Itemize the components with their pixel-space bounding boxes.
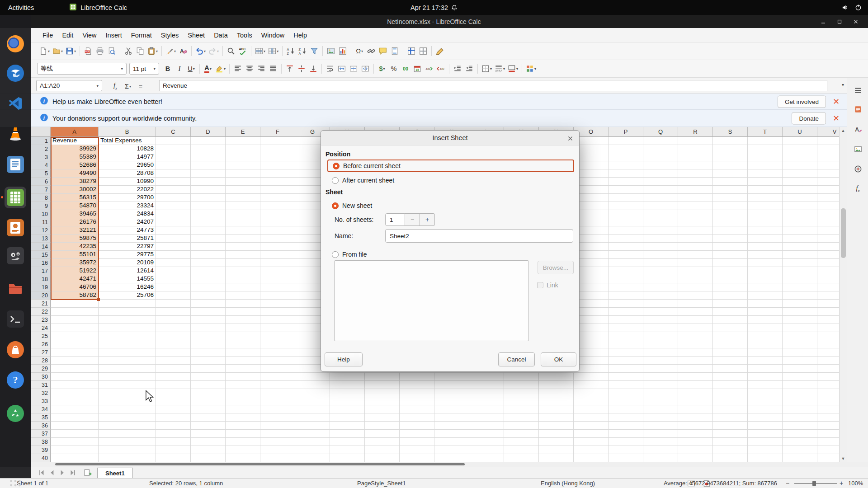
cell-M31[interactable] — [504, 381, 539, 389]
cell-P7[interactable] — [609, 186, 643, 194]
cell-J38[interactable] — [400, 438, 434, 446]
cell-B6[interactable]: 10990 — [99, 178, 156, 186]
thunderbird-dock-item[interactable] — [5, 62, 26, 84]
cell-A37[interactable] — [51, 430, 99, 438]
cell-P32[interactable] — [609, 389, 643, 397]
cell-P13[interactable] — [609, 235, 643, 243]
cell-M38[interactable] — [504, 438, 539, 446]
cell-B22[interactable] — [99, 308, 156, 316]
cell-Q24[interactable] — [643, 324, 678, 332]
cell-D11[interactable] — [191, 218, 226, 226]
cell-D8[interactable] — [191, 194, 226, 202]
cell-K37[interactable] — [434, 430, 469, 438]
cell-B26[interactable] — [99, 340, 156, 348]
cell-U36[interactable] — [783, 422, 817, 430]
cell-P31[interactable] — [609, 381, 643, 389]
menu-view[interactable]: View — [78, 29, 101, 41]
cell-H38[interactable] — [330, 438, 365, 446]
cell-V39[interactable] — [817, 446, 839, 454]
cell-A13[interactable]: 59875 — [51, 235, 99, 243]
cell-C16[interactable] — [156, 259, 191, 267]
cell-D21[interactable] — [191, 300, 226, 308]
cell-S9[interactable] — [713, 202, 748, 210]
column-header-B[interactable]: B — [99, 127, 156, 137]
cell-Q40[interactable] — [643, 454, 678, 462]
cell-P16[interactable] — [609, 259, 643, 267]
activities-button[interactable]: Activities — [0, 4, 42, 11]
cell-T5[interactable] — [748, 169, 783, 178]
cell-E20[interactable] — [226, 291, 260, 300]
format-percent-button[interactable]: % — [388, 62, 400, 75]
cell-L38[interactable] — [469, 438, 504, 446]
cell-I31[interactable] — [365, 381, 400, 389]
cell-U37[interactable] — [783, 430, 817, 438]
cell-P15[interactable] — [609, 251, 643, 259]
cell-C12[interactable] — [156, 226, 191, 235]
cell-F12[interactable] — [260, 226, 295, 235]
format-number-button[interactable]: 00 — [400, 62, 411, 75]
cell-C2[interactable] — [156, 145, 191, 153]
cell-T16[interactable] — [748, 259, 783, 267]
cell-U23[interactable] — [783, 316, 817, 324]
cell-V4[interactable] — [817, 161, 839, 169]
cell-R39[interactable] — [678, 446, 713, 454]
cell-V18[interactable] — [817, 275, 839, 283]
cell-S38[interactable] — [713, 438, 748, 446]
cell-K36[interactable] — [434, 422, 469, 430]
cell-U16[interactable] — [783, 259, 817, 267]
highlight-color-button[interactable]: ▾ — [214, 62, 227, 75]
hyperlink-button[interactable] — [365, 45, 377, 57]
cell-T9[interactable] — [748, 202, 783, 210]
spinner-decrement-button[interactable]: − — [405, 213, 420, 226]
cell-F39[interactable] — [260, 446, 295, 454]
cell-U15[interactable] — [783, 251, 817, 259]
cell-P29[interactable] — [609, 365, 643, 373]
cell-P10[interactable] — [609, 210, 643, 218]
cell-T2[interactable] — [748, 145, 783, 153]
cell-L31[interactable] — [469, 381, 504, 389]
headers-footers-button[interactable] — [389, 45, 401, 57]
cell-J36[interactable] — [400, 422, 434, 430]
cell-K33[interactable] — [434, 397, 469, 405]
cell-R27[interactable] — [678, 348, 713, 357]
cell-C38[interactable] — [156, 438, 191, 446]
cell-E18[interactable] — [226, 275, 260, 283]
cell-C6[interactable] — [156, 178, 191, 186]
cell-E33[interactable] — [226, 397, 260, 405]
center-vertically-button[interactable] — [296, 62, 307, 75]
row-header-25[interactable]: 25 — [31, 332, 51, 340]
column-header-T[interactable]: T — [748, 127, 783, 137]
cell-D19[interactable] — [191, 283, 226, 291]
cell-K30[interactable] — [434, 373, 469, 381]
cell-C39[interactable] — [156, 446, 191, 454]
cell-F29[interactable] — [260, 365, 295, 373]
cell-A6[interactable]: 38279 — [51, 178, 99, 186]
menu-format[interactable]: Format — [127, 29, 156, 41]
row-header-14[interactable]: 14 — [31, 243, 51, 251]
cell-T33[interactable] — [748, 397, 783, 405]
cell-D36[interactable] — [191, 422, 226, 430]
cell-D31[interactable] — [191, 381, 226, 389]
sort-ascending-button[interactable]: AZ — [285, 45, 297, 57]
insert-comment-button[interactable] — [377, 45, 389, 57]
cell-J34[interactable] — [400, 405, 434, 413]
styles-deck-button[interactable]: A — [852, 123, 864, 135]
cell-H39[interactable] — [330, 446, 365, 454]
cell-C40[interactable] — [156, 454, 191, 462]
cell-E11[interactable] — [226, 218, 260, 226]
cell-Q32[interactable] — [643, 389, 678, 397]
cell-D7[interactable] — [191, 186, 226, 194]
cell-D10[interactable] — [191, 210, 226, 218]
files-dock-item[interactable] — [5, 278, 26, 300]
chevron-down-icon[interactable]: ▾ — [174, 49, 176, 53]
cell-V33[interactable] — [817, 397, 839, 405]
cell-B19[interactable]: 16246 — [99, 283, 156, 291]
cell-A14[interactable]: 42235 — [51, 243, 99, 251]
cell-J30[interactable] — [400, 373, 434, 381]
cell-S3[interactable] — [713, 153, 748, 161]
cell-M33[interactable] — [504, 397, 539, 405]
libreoffice-calc-dock-item[interactable] — [5, 187, 26, 208]
chevron-down-icon[interactable]: ▾ — [61, 49, 63, 53]
cell-F21[interactable] — [260, 300, 295, 308]
cell-K34[interactable] — [434, 405, 469, 413]
